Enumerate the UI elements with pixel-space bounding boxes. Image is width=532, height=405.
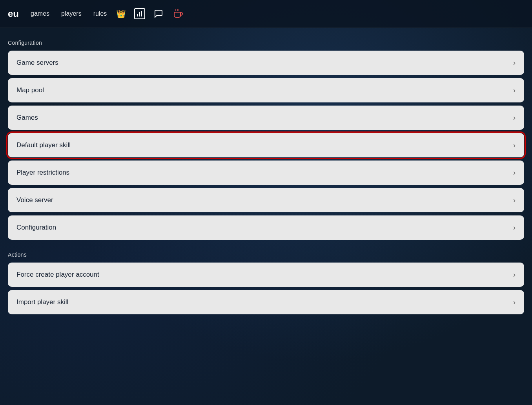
main-content: Configuration Game servers › Map pool › … <box>0 28 532 338</box>
chevron-right-icon: › <box>513 196 516 204</box>
actions-section: Actions Force create player account › Im… <box>8 252 524 314</box>
chat-icon[interactable] <box>152 7 165 20</box>
configuration-section: Configuration Game servers › Map pool › … <box>8 40 524 240</box>
chevron-right-icon: › <box>513 224 516 232</box>
chevron-right-icon: › <box>513 271 516 279</box>
nav-link-players[interactable]: players <box>61 10 82 17</box>
navigation: eu games players rules 👑 <box>0 0 532 28</box>
chevron-right-icon: › <box>513 141 516 150</box>
nav-link-games[interactable]: games <box>31 10 49 17</box>
chevron-right-icon: › <box>513 86 516 95</box>
svg-rect-0 <box>137 14 138 16</box>
chevron-right-icon: › <box>513 169 516 177</box>
chevron-right-icon: › <box>513 114 516 122</box>
svg-rect-1 <box>139 12 140 16</box>
chevron-right-icon: › <box>513 298 516 306</box>
configuration-list: Game servers › Map pool › Games › Defaul… <box>8 51 524 240</box>
actions-section-title: Actions <box>8 252 524 258</box>
games-item[interactable]: Games › <box>8 106 524 130</box>
bar-chart-icon[interactable] <box>134 8 145 19</box>
player-restrictions-label: Player restrictions <box>16 169 69 177</box>
import-player-skill-item[interactable]: Import player skill › <box>8 290 524 314</box>
actions-list: Force create player account › Import pla… <box>8 263 524 314</box>
games-label: Games <box>16 114 38 122</box>
game-servers-label: Game servers <box>16 59 58 67</box>
configuration-label: Configuration <box>16 224 56 232</box>
configuration-item[interactable]: Configuration › <box>8 215 524 240</box>
map-pool-item[interactable]: Map pool › <box>8 78 524 102</box>
nav-link-rules[interactable]: rules <box>93 10 107 17</box>
voice-server-label: Voice server <box>16 196 53 204</box>
nav-icons: 👑 <box>115 7 184 20</box>
svg-rect-2 <box>141 11 142 16</box>
force-create-player-account-label: Force create player account <box>16 271 99 279</box>
chevron-right-icon: › <box>513 59 516 67</box>
configuration-section-title: Configuration <box>8 40 524 46</box>
logo: eu <box>8 8 19 19</box>
player-restrictions-item[interactable]: Player restrictions › <box>8 161 524 185</box>
voice-server-item[interactable]: Voice server › <box>8 188 524 212</box>
force-create-player-account-item[interactable]: Force create player account › <box>8 263 524 287</box>
game-servers-item[interactable]: Game servers › <box>8 51 524 75</box>
coffee-icon[interactable] <box>172 7 184 20</box>
nav-links: games players rules <box>31 10 107 17</box>
import-player-skill-label: Import player skill <box>16 298 68 306</box>
default-player-skill-item[interactable]: Default player skill › <box>8 133 524 157</box>
crown-icon[interactable]: 👑 <box>115 7 127 20</box>
map-pool-label: Map pool <box>16 86 44 94</box>
default-player-skill-label: Default player skill <box>16 141 71 149</box>
